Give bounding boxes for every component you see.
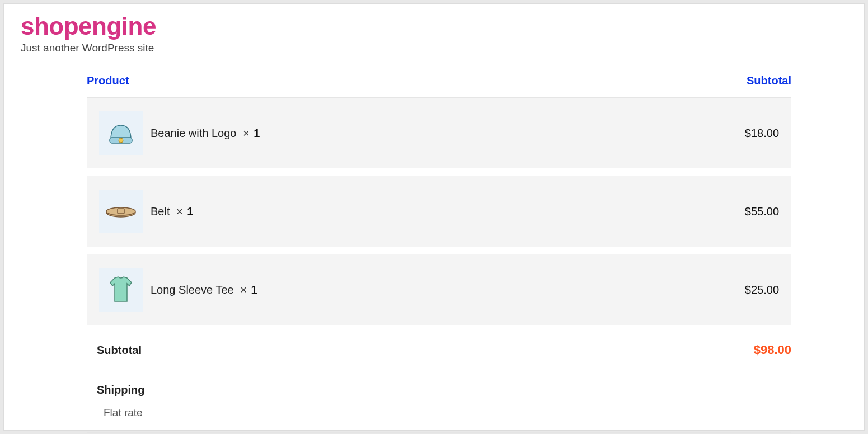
order-review-table: Product Subtotal Beanie with Logo [87, 74, 791, 434]
product-list: Beanie with Logo × 1 $18.00 [87, 98, 791, 325]
beanie-icon [105, 117, 137, 149]
product-row: Long Sleeve Tee × 1 $25.00 [87, 254, 791, 325]
qty-separator: × [243, 127, 250, 139]
product-price: $25.00 [745, 284, 779, 296]
column-header-subtotal: Subtotal [747, 74, 791, 87]
product-quantity: 1 [251, 284, 257, 296]
product-thumbnail [99, 190, 143, 233]
product-price: $55.00 [745, 205, 779, 218]
site-tagline: Just another WordPress site [21, 42, 847, 54]
shipping-row: Shipping Flat rate [87, 370, 791, 433]
product-thumbnail [99, 268, 143, 312]
shirt-icon [104, 272, 138, 307]
product-row: Beanie with Logo × 1 $18.00 [87, 98, 791, 168]
table-header: Product Subtotal [87, 74, 791, 98]
shipping-option: Flat rate [97, 407, 791, 419]
product-info: Long Sleeve Tee × 1 [151, 284, 745, 296]
qty-separator: × [240, 284, 247, 296]
subtotal-value: $98.00 [754, 343, 791, 357]
product-name[interactable]: Long Sleeve Tee [151, 284, 234, 296]
column-header-product: Product [87, 74, 129, 87]
product-info: Belt × 1 [151, 205, 745, 218]
product-name[interactable]: Beanie with Logo [151, 127, 236, 139]
product-thumbnail [99, 111, 143, 155]
product-quantity: 1 [254, 127, 260, 139]
site-title[interactable]: shopengine [21, 13, 847, 40]
product-price: $18.00 [745, 127, 779, 140]
product-name[interactable]: Belt [151, 205, 170, 218]
page: shopengine Just another WordPress site P… [3, 3, 865, 431]
svg-point-1 [119, 138, 123, 143]
subtotal-row: Subtotal $98.00 [87, 331, 791, 370]
product-quantity: 1 [187, 205, 193, 218]
shipping-label: Shipping [97, 384, 791, 397]
belt-icon [103, 196, 139, 227]
product-row: Belt × 1 $55.00 [87, 176, 791, 247]
qty-separator: × [176, 205, 183, 218]
product-info: Beanie with Logo × 1 [151, 127, 745, 140]
subtotal-label: Subtotal [87, 344, 142, 357]
